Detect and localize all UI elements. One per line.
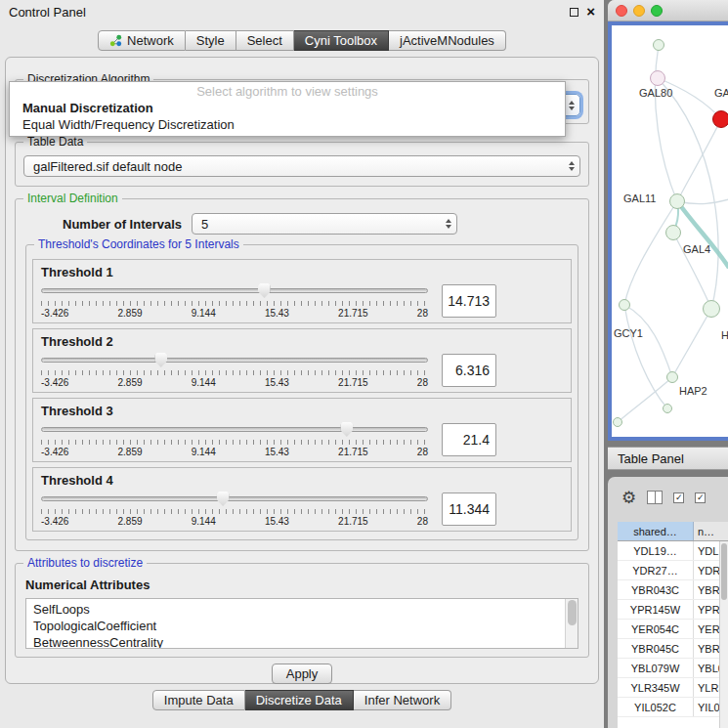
- tick-label: 21.715: [338, 447, 368, 457]
- cell-shared-name: YDR27…: [618, 561, 694, 579]
- threshold-slider[interactable]: [41, 422, 428, 437]
- network-node[interactable]: [712, 110, 728, 128]
- number-of-intervals-row: Number of Intervals 5: [63, 213, 580, 235]
- network-node[interactable]: [666, 371, 678, 383]
- table-row[interactable]: YER054CYER0…: [618, 620, 728, 639]
- dropdown-option-manual[interactable]: Manual Discretization: [10, 100, 565, 116]
- tab-style-label: Style: [196, 33, 225, 48]
- interval-definition-legend: Interval Definition: [23, 192, 122, 205]
- combo-stepper-icon: [569, 161, 579, 171]
- attribute-list-item[interactable]: SelfLoops: [33, 601, 562, 618]
- slider-tick-labels: -3.4262.8599.14415.4321.71528: [41, 308, 428, 319]
- window-controls: ×: [570, 7, 595, 17]
- node-table: shared… n… YDL19…YDL1…YDR27…YDR2…YBR043C…: [618, 522, 728, 728]
- close-icon[interactable]: ×: [586, 7, 595, 17]
- tab-select[interactable]: Select: [236, 30, 294, 51]
- tab-impute-data-label: Impute Data: [164, 693, 234, 707]
- column-header-shared-name[interactable]: shared…: [618, 522, 694, 540]
- combo-stepper-icon: [569, 101, 579, 110]
- number-of-intervals-combobox[interactable]: 5: [192, 213, 457, 235]
- tab-infer-network[interactable]: Infer Network: [354, 690, 451, 710]
- table-row[interactable]: YBR045CYBR0…: [618, 639, 728, 659]
- network-node[interactable]: [619, 299, 630, 311]
- tab-cyni-toolbox-label: Cyni Toolbox: [305, 33, 377, 48]
- network-node[interactable]: [663, 404, 672, 413]
- table-row[interactable]: YDL19…YDL1…: [618, 541, 728, 561]
- cell-shared-name: YER054C: [618, 620, 694, 638]
- tick-label: 15.43: [265, 308, 289, 319]
- select-all-check-icon[interactable]: ✓: [673, 492, 684, 503]
- tab-network[interactable]: Network: [98, 30, 186, 51]
- control-panel: Control Panel × Network: [0, 0, 604, 728]
- threshold-value-field[interactable]: 14.713: [442, 284, 496, 318]
- zoom-traffic-light-icon[interactable]: [651, 5, 663, 17]
- network-node[interactable]: [665, 225, 681, 240]
- threshold-row: Threshold 2-3.4262.8599.14415.4321.71528…: [32, 328, 572, 393]
- dropdown-option-equal-width[interactable]: Equal Width/Frequency Discretization: [10, 116, 565, 133]
- tab-style[interactable]: Style: [186, 30, 236, 51]
- threshold-value-field[interactable]: 21.4: [442, 423, 496, 456]
- table-row[interactable]: YLR345WYLR3…: [618, 678, 728, 698]
- close-traffic-light-icon[interactable]: [616, 5, 627, 17]
- slider-handle-icon[interactable]: [340, 422, 353, 437]
- threshold-slider[interactable]: [41, 283, 428, 298]
- slider-handle-icon[interactable]: [258, 283, 271, 298]
- table-data-combobox[interactable]: galFiltered.sif default node: [23, 155, 580, 177]
- tick-label: 9.144: [192, 377, 216, 388]
- network-node[interactable]: [703, 300, 720, 318]
- cell-shared-name: YIL052C: [618, 698, 694, 716]
- network-node[interactable]: [669, 193, 685, 209]
- threshold-slider[interactable]: [41, 353, 428, 367]
- float-window-icon[interactable]: [570, 8, 578, 17]
- network-view[interactable]: GAL80GAGAL11GAL4GCY1HHAP2: [608, 21, 728, 441]
- tick-label: 2.859: [118, 377, 143, 388]
- screen: Control Panel × Network: [0, 0, 728, 728]
- threshold-slider[interactable]: [41, 492, 428, 506]
- threshold-row: Threshold 1-3.4262.8599.14415.4321.71528…: [32, 259, 572, 323]
- scrollbar-thumb[interactable]: [568, 600, 577, 625]
- slider-handle-icon[interactable]: [217, 492, 230, 506]
- gear-icon[interactable]: ⚙: [621, 490, 636, 506]
- tick-label: -3.426: [41, 516, 68, 527]
- column-header-name[interactable]: n…: [694, 522, 728, 540]
- table-scrollbar-thumb[interactable]: [721, 543, 727, 600]
- thresholds-group: Threshold's Coordinates for 5 Intervals …: [25, 244, 578, 540]
- threshold-value-field[interactable]: 6.316: [442, 354, 496, 387]
- threshold-label: Threshold 4: [41, 473, 563, 488]
- select-none-check-icon[interactable]: ✓: [695, 492, 706, 503]
- tab-infer-network-label: Infer Network: [364, 693, 440, 707]
- attribute-list-item[interactable]: TopologicalCoefficient: [33, 618, 562, 634]
- attributes-group: Attributes to discretize Numerical Attri…: [15, 563, 589, 658]
- tab-impute-data[interactable]: Impute Data: [152, 690, 245, 710]
- network-node[interactable]: [613, 417, 622, 427]
- table-row[interactable]: YIL052CYIL0…: [618, 698, 728, 717]
- interval-definition-group: Interval Definition Number of Intervals …: [15, 198, 589, 551]
- table-row[interactable]: YPR145WYPR1…: [618, 600, 728, 620]
- slider-handle-icon[interactable]: [154, 353, 167, 367]
- table-row[interactable]: YDR27…YDR2…: [618, 561, 728, 580]
- table-row[interactable]: YBR043CYBR0…: [618, 580, 728, 600]
- slider-ticks: [41, 301, 428, 306]
- tab-discretize-data[interactable]: Discretize Data: [245, 690, 354, 710]
- columns-icon[interactable]: [647, 491, 663, 504]
- attribute-list-item[interactable]: BetweennessCentrality: [33, 634, 562, 649]
- threshold-row: Threshold 4-3.4262.8599.14415.4321.71528…: [32, 467, 572, 532]
- table-scrollbar[interactable]: [719, 541, 728, 728]
- minimize-traffic-light-icon[interactable]: [633, 5, 645, 17]
- algorithm-dropdown-popup: Select algorithm to view settings Manual…: [9, 81, 566, 137]
- threshold-slider-area: -3.4262.8599.14415.4321.7152821.4: [41, 422, 563, 457]
- cyni-toolbox-panel: Discretization Algorithm Select algorith…: [5, 57, 599, 684]
- tick-label: 28: [417, 447, 428, 457]
- network-node[interactable]: [653, 39, 664, 51]
- attributes-scrollbar[interactable]: [565, 599, 578, 648]
- tab-jactivemnodules[interactable]: jActiveMNodules: [389, 30, 506, 51]
- highlighted-edge: [677, 201, 728, 268]
- tab-cyni-toolbox[interactable]: Cyni Toolbox: [294, 30, 389, 51]
- table-row[interactable]: YBL079WYBL0…: [618, 659, 728, 678]
- table-toolbar: ⚙ ✓ ✓: [608, 477, 728, 518]
- network-node[interactable]: [650, 70, 665, 86]
- apply-button[interactable]: Apply: [272, 664, 332, 684]
- threshold-value-field[interactable]: 11.344: [442, 492, 496, 526]
- numerical-attributes-list[interactable]: SelfLoopsTopologicalCoefficientBetweenne…: [25, 598, 578, 649]
- table-panel-titlebar: Table Panel: [608, 447, 728, 470]
